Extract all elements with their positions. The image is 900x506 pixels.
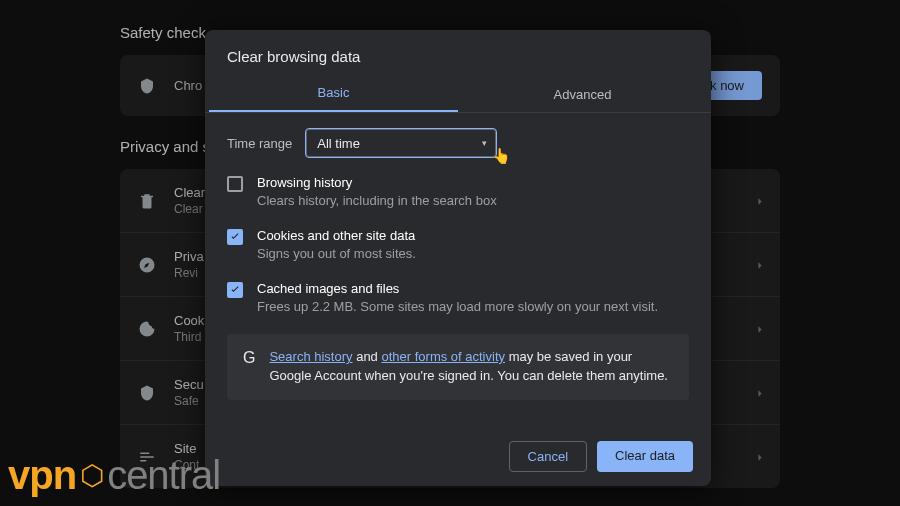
clear-data-button[interactable]: Clear data	[597, 441, 693, 472]
option-browsing-history[interactable]: Browsing history Clears history, includi…	[227, 175, 689, 208]
option-title: Browsing history	[257, 175, 497, 190]
chevron-right-icon	[756, 257, 764, 272]
time-range-row: Time range All time ▾ 👆	[227, 129, 689, 157]
dialog-tabs: Basic Advanced	[205, 79, 711, 113]
trash-icon	[138, 192, 156, 210]
checkbox-browsing-history[interactable]	[227, 176, 243, 192]
compass-icon	[138, 256, 156, 274]
link-other-activity[interactable]: other forms of activity	[381, 349, 505, 364]
cookie-icon	[138, 320, 156, 338]
tab-basic[interactable]: Basic	[209, 85, 458, 112]
option-cache[interactable]: Cached images and files Frees up 2.2 MB.…	[227, 281, 689, 314]
time-range-label: Time range	[227, 136, 292, 151]
watermark-logo: vpn ⬡ central	[8, 453, 220, 498]
time-range-select[interactable]: All time ▾ 👆	[306, 129, 496, 157]
cursor-icon: 👆	[492, 147, 511, 165]
option-title: Cookies and other site data	[257, 228, 416, 243]
option-subtitle: Frees up 2.2 MB. Some sites may load mor…	[257, 299, 658, 314]
time-range-value: All time	[317, 136, 360, 151]
chevron-right-icon	[756, 385, 764, 400]
shield-icon: ⬡	[80, 459, 103, 492]
option-cookies[interactable]: Cookies and other site data Signs you ou…	[227, 228, 689, 261]
dialog-footer: Cancel Clear data	[205, 427, 711, 486]
chevron-right-icon	[756, 449, 764, 464]
chevron-right-icon	[756, 193, 764, 208]
chevron-right-icon	[756, 321, 764, 336]
link-search-history[interactable]: Search history	[269, 349, 352, 364]
option-subtitle: Signs you out of most sites.	[257, 246, 416, 261]
dialog-body: Time range All time ▾ 👆 Browsing history…	[205, 113, 711, 427]
checkbox-cache[interactable]	[227, 282, 243, 298]
shield-icon	[138, 77, 156, 95]
safety-check-text: Chro	[174, 78, 202, 93]
chevron-down-icon: ▾	[482, 138, 487, 148]
option-subtitle: Clears history, including in the search …	[257, 193, 497, 208]
checkbox-cookies[interactable]	[227, 229, 243, 245]
dialog-title: Clear browsing data	[205, 30, 711, 79]
option-title: Cached images and files	[257, 281, 658, 296]
info-text: Search history and other forms of activi…	[269, 348, 673, 386]
google-icon: G	[243, 349, 255, 367]
clear-browsing-data-dialog: Clear browsing data Basic Advanced Time …	[205, 30, 711, 486]
tab-advanced[interactable]: Advanced	[458, 87, 707, 112]
google-account-info: G Search history and other forms of acti…	[227, 334, 689, 400]
cancel-button[interactable]: Cancel	[509, 441, 587, 472]
shield-icon	[138, 384, 156, 402]
